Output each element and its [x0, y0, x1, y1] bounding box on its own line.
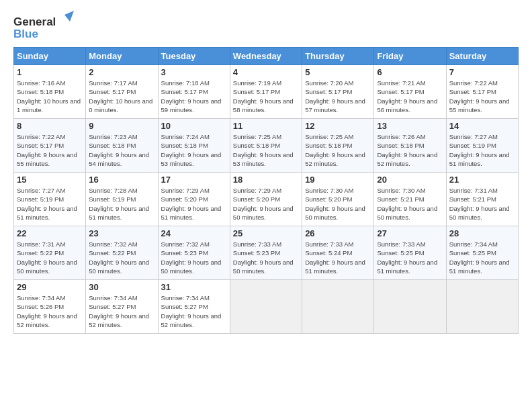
day-info: Sunrise: 7:25 AM Sunset: 5:18 PM Dayligh…	[233, 132, 299, 168]
calendar-day-header: Thursday	[302, 48, 374, 65]
calendar-week-row: 15 Sunrise: 7:27 AM Sunset: 5:19 PM Dayl…	[14, 173, 519, 226]
calendar-cell: 14 Sunrise: 7:27 AM Sunset: 5:19 PM Dayl…	[446, 119, 518, 173]
day-number: 18	[233, 175, 299, 185]
page-container: General Blue SundayMondayTuesdayWednesda…	[0, 0, 532, 340]
calendar-cell: 31 Sunrise: 7:34 AM Sunset: 5:27 PM Dayl…	[158, 280, 230, 334]
day-info: Sunrise: 7:32 AM Sunset: 5:23 PM Dayligh…	[161, 240, 227, 275]
day-number: 12	[305, 121, 371, 131]
calendar-cell	[446, 280, 518, 334]
calendar-cell: 4 Sunrise: 7:19 AM Sunset: 5:17 PM Dayli…	[230, 65, 302, 119]
calendar-cell	[374, 280, 446, 334]
day-number: 19	[305, 175, 371, 185]
day-info: Sunrise: 7:20 AM Sunset: 5:17 PM Dayligh…	[305, 79, 371, 114]
day-info: Sunrise: 7:29 AM Sunset: 5:20 PM Dayligh…	[233, 186, 299, 222]
calendar-cell	[302, 280, 374, 334]
day-number: 22	[17, 228, 83, 238]
day-number: 21	[449, 175, 515, 185]
svg-text:General: General	[13, 15, 56, 28]
calendar-day-header: Sunday	[14, 48, 86, 65]
calendar-cell: 27 Sunrise: 7:33 AM Sunset: 5:25 PM Dayl…	[374, 226, 446, 280]
day-number: 7	[449, 67, 515, 77]
calendar-cell: 2 Sunrise: 7:17 AM Sunset: 5:17 PM Dayli…	[86, 65, 158, 119]
day-number: 16	[89, 175, 154, 185]
calendar-cell: 15 Sunrise: 7:27 AM Sunset: 5:19 PM Dayl…	[14, 173, 86, 226]
calendar-cell: 3 Sunrise: 7:18 AM Sunset: 5:17 PM Dayli…	[158, 65, 230, 119]
calendar-week-row: 29 Sunrise: 7:34 AM Sunset: 5:26 PM Dayl…	[14, 280, 519, 334]
svg-marker-2	[64, 11, 74, 21]
day-info: Sunrise: 7:31 AM Sunset: 5:21 PM Dayligh…	[449, 186, 515, 222]
day-number: 25	[233, 228, 299, 238]
calendar-cell: 26 Sunrise: 7:33 AM Sunset: 5:24 PM Dayl…	[302, 226, 374, 280]
calendar-week-row: 1 Sunrise: 7:16 AM Sunset: 5:18 PM Dayli…	[14, 65, 519, 119]
calendar-cell: 18 Sunrise: 7:29 AM Sunset: 5:20 PM Dayl…	[230, 173, 302, 226]
calendar-day-header: Friday	[374, 48, 446, 65]
day-info: Sunrise: 7:33 AM Sunset: 5:24 PM Dayligh…	[305, 240, 371, 275]
day-info: Sunrise: 7:30 AM Sunset: 5:21 PM Dayligh…	[377, 186, 443, 222]
day-info: Sunrise: 7:28 AM Sunset: 5:19 PM Dayligh…	[89, 186, 154, 222]
day-number: 10	[161, 121, 227, 131]
day-info: Sunrise: 7:21 AM Sunset: 5:17 PM Dayligh…	[377, 79, 443, 114]
day-number: 24	[161, 228, 227, 238]
calendar-day-header: Monday	[86, 48, 158, 65]
calendar-cell: 1 Sunrise: 7:16 AM Sunset: 5:18 PM Dayli…	[14, 65, 86, 119]
day-number: 5	[305, 67, 371, 77]
day-number: 17	[161, 175, 227, 185]
day-info: Sunrise: 7:34 AM Sunset: 5:26 PM Dayligh…	[17, 293, 83, 329]
day-number: 6	[377, 67, 443, 77]
day-number: 23	[89, 228, 154, 238]
calendar-cell: 29 Sunrise: 7:34 AM Sunset: 5:26 PM Dayl…	[14, 280, 86, 334]
calendar-cell: 30 Sunrise: 7:34 AM Sunset: 5:27 PM Dayl…	[86, 280, 158, 334]
day-info: Sunrise: 7:19 AM Sunset: 5:17 PM Dayligh…	[233, 79, 299, 114]
calendar-day-header: Tuesday	[158, 48, 230, 65]
calendar-cell: 22 Sunrise: 7:31 AM Sunset: 5:22 PM Dayl…	[14, 226, 86, 280]
day-info: Sunrise: 7:33 AM Sunset: 5:23 PM Dayligh…	[233, 240, 299, 275]
calendar-cell: 5 Sunrise: 7:20 AM Sunset: 5:17 PM Dayli…	[302, 65, 374, 119]
day-number: 26	[305, 228, 371, 238]
day-number: 2	[89, 67, 154, 77]
day-info: Sunrise: 7:27 AM Sunset: 5:19 PM Dayligh…	[449, 132, 515, 168]
day-info: Sunrise: 7:22 AM Sunset: 5:17 PM Dayligh…	[449, 79, 515, 114]
calendar-cell: 8 Sunrise: 7:22 AM Sunset: 5:17 PM Dayli…	[14, 119, 86, 173]
day-number: 28	[449, 228, 515, 238]
day-info: Sunrise: 7:34 AM Sunset: 5:25 PM Dayligh…	[449, 240, 515, 275]
day-number: 31	[161, 282, 227, 292]
logo: General Blue	[13, 11, 74, 40]
calendar-cell: 16 Sunrise: 7:28 AM Sunset: 5:19 PM Dayl…	[86, 173, 158, 226]
calendar-header-row: SundayMondayTuesdayWednesdayThursdayFrid…	[14, 48, 519, 65]
day-number: 20	[377, 175, 443, 185]
day-info: Sunrise: 7:17 AM Sunset: 5:17 PM Dayligh…	[89, 79, 154, 114]
calendar-cell: 11 Sunrise: 7:25 AM Sunset: 5:18 PM Dayl…	[230, 119, 302, 173]
day-number: 30	[89, 282, 154, 292]
calendar-cell: 23 Sunrise: 7:32 AM Sunset: 5:22 PM Dayl…	[86, 226, 158, 280]
calendar-cell: 13 Sunrise: 7:26 AM Sunset: 5:18 PM Dayl…	[374, 119, 446, 173]
calendar-cell: 25 Sunrise: 7:33 AM Sunset: 5:23 PM Dayl…	[230, 226, 302, 280]
day-number: 29	[17, 282, 83, 292]
day-number: 4	[233, 67, 299, 77]
calendar-week-row: 8 Sunrise: 7:22 AM Sunset: 5:17 PM Dayli…	[14, 119, 519, 173]
day-info: Sunrise: 7:25 AM Sunset: 5:18 PM Dayligh…	[305, 132, 371, 168]
day-info: Sunrise: 7:34 AM Sunset: 5:27 PM Dayligh…	[161, 293, 227, 329]
calendar-cell: 10 Sunrise: 7:24 AM Sunset: 5:18 PM Dayl…	[158, 119, 230, 173]
day-info: Sunrise: 7:30 AM Sunset: 5:20 PM Dayligh…	[305, 186, 371, 222]
day-number: 27	[377, 228, 443, 238]
calendar-cell: 7 Sunrise: 7:22 AM Sunset: 5:17 PM Dayli…	[446, 65, 518, 119]
day-info: Sunrise: 7:26 AM Sunset: 5:18 PM Dayligh…	[377, 132, 443, 168]
calendar-cell	[230, 280, 302, 334]
day-info: Sunrise: 7:33 AM Sunset: 5:25 PM Dayligh…	[377, 240, 443, 275]
calendar-cell: 20 Sunrise: 7:30 AM Sunset: 5:21 PM Dayl…	[374, 173, 446, 226]
svg-text:Blue: Blue	[13, 28, 38, 40]
day-info: Sunrise: 7:32 AM Sunset: 5:22 PM Dayligh…	[89, 240, 154, 275]
day-info: Sunrise: 7:27 AM Sunset: 5:19 PM Dayligh…	[17, 186, 83, 222]
day-number: 1	[17, 67, 83, 77]
day-info: Sunrise: 7:34 AM Sunset: 5:27 PM Dayligh…	[89, 293, 154, 329]
calendar-cell: 21 Sunrise: 7:31 AM Sunset: 5:21 PM Dayl…	[446, 173, 518, 226]
calendar-table: SundayMondayTuesdayWednesdayThursdayFrid…	[13, 47, 519, 334]
day-number: 13	[377, 121, 443, 131]
day-number: 15	[17, 175, 83, 185]
day-info: Sunrise: 7:22 AM Sunset: 5:17 PM Dayligh…	[17, 132, 83, 168]
day-number: 14	[449, 121, 515, 131]
header: General Blue	[13, 11, 519, 40]
day-number: 11	[233, 121, 299, 131]
day-info: Sunrise: 7:31 AM Sunset: 5:22 PM Dayligh…	[17, 240, 83, 275]
calendar-cell: 28 Sunrise: 7:34 AM Sunset: 5:25 PM Dayl…	[446, 226, 518, 280]
